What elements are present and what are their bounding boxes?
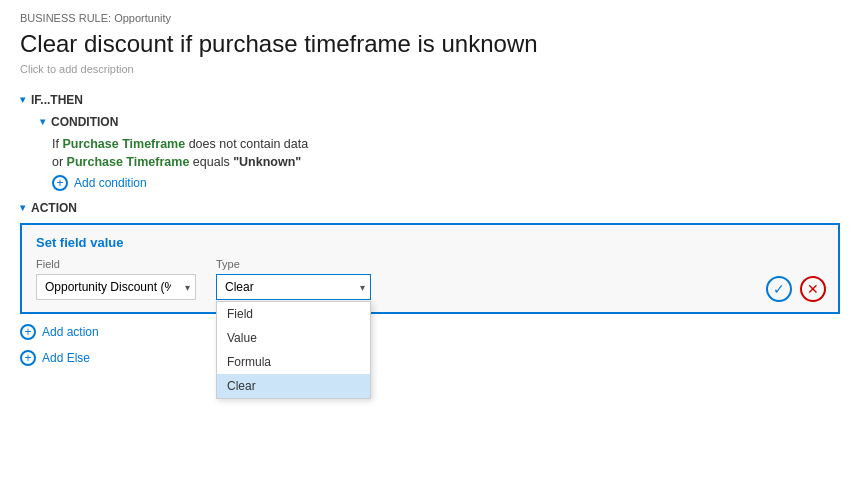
add-condition-icon: + [52,175,68,191]
type-input-wrapper: ▾ Field Value Formula Clear [216,274,371,300]
condition-field-1: Purchase Timeframe [62,137,185,151]
condition-section: ▾ CONDITION If Purchase Timeframe does n… [40,115,837,191]
dropdown-item-field[interactable]: Field [217,302,370,326]
if-then-label: IF...THEN [31,93,83,107]
field-select-wrapper: Opportunity Discount (%) ▾ [36,274,196,300]
field-column: Field Opportunity Discount (%) ▾ [36,258,196,300]
condition-line-2: or Purchase Timeframe equals "Unknown" [52,155,837,169]
page: BUSINESS RULE: Opportunity Clear discoun… [0,0,857,502]
condition-text-2: equals [193,155,233,169]
add-condition-label: Add condition [74,176,147,190]
action-chevron: ▾ [20,202,25,213]
field-row: Field Opportunity Discount (%) ▾ Type ▾ [36,258,824,300]
condition-prefix-1: If [52,137,62,151]
close-icon: ✕ [807,281,819,297]
dropdown-item-value[interactable]: Value [217,326,370,350]
cancel-button[interactable]: ✕ [800,276,826,302]
action-card-title: Set field value [36,235,824,250]
add-action-icon: + [20,324,36,340]
condition-header[interactable]: ▾ CONDITION [40,115,837,129]
check-icon: ✓ [773,281,785,297]
type-dropdown-menu: Field Value Formula Clear [216,301,371,399]
condition-label: CONDITION [51,115,118,129]
breadcrumb: BUSINESS RULE: Opportunity [20,12,837,24]
action-section: ▾ ACTION Set field value Field Opportuni… [20,201,837,340]
action-icons: ✓ ✕ [766,276,826,302]
add-action-button[interactable]: + Add action [20,324,837,340]
add-condition-button[interactable]: + Add condition [52,175,837,191]
condition-text-1: does not contain data [189,137,309,151]
type-label: Type [216,258,371,270]
page-title: Clear discount if purchase timeframe is … [20,30,837,59]
add-else-label: Add Else [42,351,90,365]
field-select[interactable]: Opportunity Discount (%) [36,274,196,300]
add-else-button[interactable]: + Add Else [20,350,837,366]
if-then-chevron: ▾ [20,94,25,105]
add-action-label: Add action [42,325,99,339]
type-column: Type ▾ Field Value Formula Clear [216,258,371,300]
description-hint[interactable]: Click to add description [20,63,837,75]
dropdown-item-clear[interactable]: Clear [217,374,370,398]
action-card: Set field value Field Opportunity Discou… [20,223,840,314]
condition-line-1: If Purchase Timeframe does not contain d… [52,137,837,151]
condition-prefix-2: or [52,155,67,169]
action-label: ACTION [31,201,77,215]
condition-field-2: Purchase Timeframe [67,155,190,169]
type-input[interactable] [216,274,371,300]
action-header[interactable]: ▾ ACTION [20,201,837,215]
condition-chevron: ▾ [40,116,45,127]
field-label: Field [36,258,196,270]
confirm-button[interactable]: ✓ [766,276,792,302]
dropdown-item-formula[interactable]: Formula [217,350,370,374]
condition-value-2: "Unknown" [233,155,301,169]
if-then-section: ▾ IF...THEN ▾ CONDITION If Purchase Time… [20,93,837,191]
add-else-icon: + [20,350,36,366]
if-then-header[interactable]: ▾ IF...THEN [20,93,837,107]
